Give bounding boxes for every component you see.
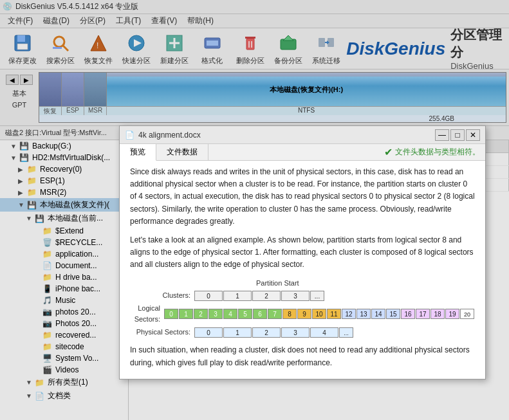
dialog-title-text: 4k alignment.docx (138, 131, 434, 140)
clusters-row: Clusters: 0 1 2 3 ... (130, 290, 475, 302)
tab-filedata[interactable]: 文件数据 (156, 144, 208, 160)
dialog-close-button[interactable]: ✕ (466, 129, 480, 141)
tab-preview[interactable]: 预览 (120, 144, 156, 161)
dialog-tabs: 预览 文件数据 ✔ 文件头数据与类型相符。 (120, 144, 485, 161)
dialog-para1: Since disk always reads and writes in th… (130, 166, 475, 228)
logical-sectors-row: Logical Sectors: 0 1 2 3 4 5 6 7 8 9 10 … (130, 303, 475, 325)
dialog-minimize-button[interactable]: — (435, 129, 449, 141)
status-check-icon: ✔ (384, 146, 393, 158)
physical-cells: 0 1 2 3 4 ... (194, 327, 354, 338)
dialog-status-text: 文件头数据与类型相符。 (395, 147, 480, 158)
dialog-title-bar: 📄 4k alignment.docx — □ ✕ (120, 126, 485, 144)
partition-diagram: Partition Start Clusters: 0 1 2 3 ... Lo… (130, 278, 475, 338)
dialog: 📄 4k alignment.docx — □ ✕ 预览 文件数据 ✔ 文件头数… (119, 125, 486, 379)
physical-sectors-label: Physical Sectors: (130, 327, 194, 338)
dialog-para2: Let's take a look at an aligned example.… (130, 234, 475, 271)
logical-cells: 0 1 2 3 4 5 6 7 8 9 10 11 12 13 (164, 309, 475, 319)
partition-start-label: Partition Start (256, 278, 475, 289)
dialog-content: Since disk always reads and writes in th… (120, 161, 485, 379)
logical-sectors-label: Logical Sectors: (130, 303, 164, 325)
dialog-status: ✔ 文件头数据与类型相符。 (379, 144, 485, 160)
clusters-label: Clusters: (130, 290, 194, 302)
physical-sectors-row: Physical Sectors: 0 1 2 3 4 ... (130, 327, 475, 338)
dialog-file-icon: 📄 (125, 131, 134, 140)
dialog-overlay: 📄 4k alignment.docx — □ ✕ 预览 文件数据 ✔ 文件头数… (0, 0, 509, 420)
dialog-para3: In such situation, when reading a cluste… (130, 344, 475, 369)
clusters-cells: 0 1 2 3 ... (194, 291, 325, 301)
dialog-maximize-button[interactable]: □ (450, 129, 465, 141)
